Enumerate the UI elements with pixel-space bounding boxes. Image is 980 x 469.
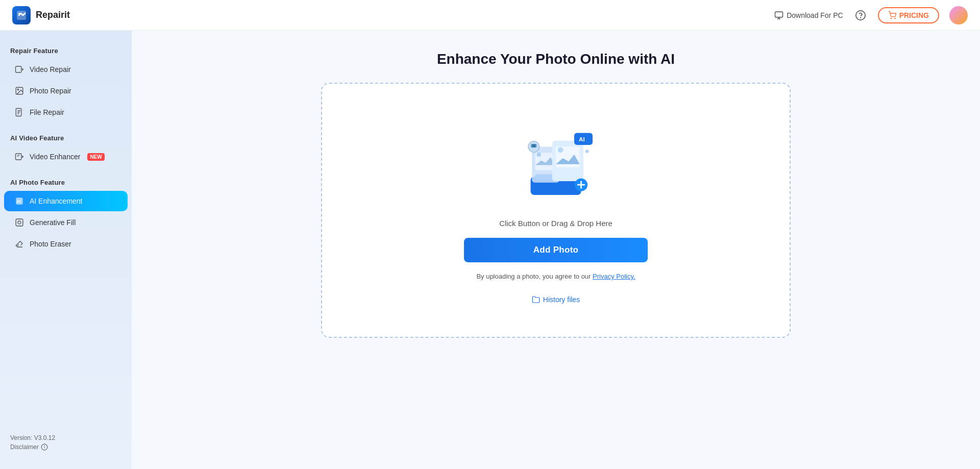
photo-repair-icon (14, 86, 24, 96)
svg-rect-2 (775, 12, 783, 17)
pricing-button[interactable]: PRICING (878, 7, 939, 23)
app-name: Repairit (36, 10, 70, 20)
help-button[interactable] (853, 8, 868, 22)
monitor-icon (774, 11, 783, 20)
sidebar-item-photo-eraser[interactable]: Photo Eraser (4, 234, 128, 254)
svg-text:AI: AI (579, 136, 585, 142)
upload-box[interactable]: AI Click Button or Drag & Drop Here Add … (321, 83, 791, 338)
sidebar-item-video-repair[interactable]: Video Repair (4, 59, 128, 80)
sidebar-item-photo-repair[interactable]: Photo Repair (4, 81, 128, 101)
file-repair-label: File Repair (30, 108, 64, 116)
logo-area: Repairit (12, 6, 70, 24)
header: Repairit Download For PC PRICING (0, 0, 980, 31)
svg-point-1 (18, 13, 20, 15)
download-for-pc-button[interactable]: Download For PC (774, 11, 843, 20)
sidebar: Repair Feature Video Repair Photo Repair (0, 31, 132, 469)
svg-point-17 (18, 221, 21, 224)
history-files-link[interactable]: History files (532, 295, 580, 304)
photo-eraser-icon (14, 239, 24, 249)
folder-icon (532, 295, 540, 304)
svg-point-28 (558, 147, 564, 153)
video-enhancer-label: Video Enhancer (30, 153, 80, 161)
svg-rect-7 (16, 66, 21, 72)
svg-point-3 (855, 10, 865, 19)
sidebar-footer: Version: V3.0.12 Disclaimer (0, 426, 132, 459)
page-title: Enhance Your Photo Online with AI (437, 51, 675, 67)
ai-enhancement-label: AI Enhancement (30, 197, 83, 205)
repair-feature-section-label: Repair Feature (0, 41, 132, 59)
video-repair-label: Video Repair (30, 65, 71, 73)
generative-fill-icon (14, 217, 24, 228)
svg-rect-16 (16, 219, 23, 226)
sidebar-item-video-enhancer[interactable]: Video Enhancer NEW (4, 146, 128, 167)
photo-eraser-label: Photo Eraser (30, 240, 71, 248)
ai-video-feature-section-label: AI Video Feature (0, 128, 132, 146)
header-right: Download For PC PRICING (774, 6, 968, 24)
version-text: Version: V3.0.12 (10, 434, 121, 441)
avatar[interactable] (949, 6, 968, 24)
file-repair-icon (14, 107, 24, 117)
upload-illustration: AI (510, 117, 602, 209)
svg-rect-0 (17, 11, 26, 20)
ai-photo-feature-section-label: AI Photo Feature (0, 172, 132, 190)
video-enhancer-icon (14, 152, 24, 162)
svg-marker-13 (22, 155, 23, 158)
svg-point-5 (891, 18, 891, 18)
sidebar-item-generative-fill[interactable]: Generative Fill (4, 212, 128, 233)
upload-hint: Click Button or Drag & Drop Here (499, 219, 612, 228)
info-icon (41, 443, 48, 451)
svg-point-33 (532, 144, 535, 147)
svg-point-4 (860, 17, 861, 18)
content-area: Enhance Your Photo Online with AI (132, 31, 980, 469)
svg-marker-8 (22, 68, 23, 71)
logo-icon (12, 6, 31, 24)
ai-enhancement-icon: AI (14, 196, 24, 206)
svg-rect-12 (16, 154, 21, 160)
main-layout: Repair Feature Video Repair Photo Repair (0, 31, 980, 469)
generative-fill-label: Generative Fill (30, 218, 76, 227)
privacy-policy-link[interactable]: Privacy Policy. (593, 273, 635, 280)
video-repair-icon (14, 64, 24, 75)
svg-point-25 (536, 152, 541, 157)
disclaimer-button[interactable]: Disclaimer (10, 443, 121, 451)
new-badge: NEW (87, 153, 104, 161)
svg-point-10 (17, 89, 18, 90)
sidebar-item-ai-enhancement[interactable]: AI AI Enhancement (4, 191, 128, 211)
svg-text:AI: AI (17, 199, 21, 204)
photo-repair-label: Photo Repair (30, 87, 71, 95)
privacy-text: By uploading a photo, you agree to our P… (476, 273, 635, 280)
sidebar-item-file-repair[interactable]: File Repair (4, 102, 128, 122)
add-photo-button[interactable]: Add Photo (464, 238, 648, 262)
cart-icon (888, 11, 896, 19)
svg-point-6 (894, 18, 895, 18)
